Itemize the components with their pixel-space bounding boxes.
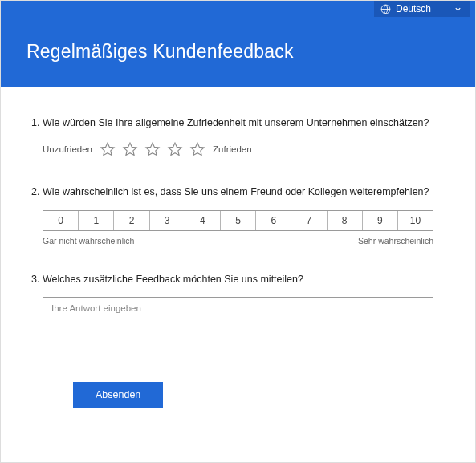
survey-header: Deutsch Regelmäßiges Kundenfeedback: [1, 1, 475, 87]
nps-3[interactable]: 3: [150, 211, 185, 230]
nps-10[interactable]: 10: [398, 211, 433, 230]
nps-5[interactable]: 5: [221, 211, 256, 230]
star-3[interactable]: [144, 140, 161, 158]
globe-icon: [380, 4, 391, 14]
question-3: 3. Welches zusätzliche Feedback möchten …: [31, 273, 445, 339]
question-text: Wie wahrscheinlich ist es, dass Sie uns …: [43, 185, 429, 198]
page-title: Regelmäßiges Kundenfeedback: [26, 41, 294, 63]
nps-1[interactable]: 1: [79, 211, 114, 230]
language-selector[interactable]: Deutsch: [374, 1, 470, 17]
question-number: 1.: [31, 116, 41, 129]
nps-low-label: Gar nicht wahrscheinlich: [43, 236, 134, 246]
survey-body: 1. Wie würden Sie Ihre allgemeine Zufrie…: [1, 87, 475, 408]
nps-9[interactable]: 9: [363, 211, 398, 230]
language-label: Deutsch: [396, 3, 449, 14]
question-text: Wie würden Sie Ihre allgemeine Zufrieden…: [43, 116, 429, 129]
feedback-textarea[interactable]: [43, 297, 433, 335]
nps-scale: 0 1 2 3 4 5 6 7 8 9 10: [43, 210, 433, 231]
question-number: 2.: [31, 185, 41, 198]
question-1: 1. Wie würden Sie Ihre allgemeine Zufrie…: [31, 116, 445, 158]
question-2: 2. Wie wahrscheinlich ist es, dass Sie u…: [31, 185, 445, 245]
chevron-down-icon: [454, 5, 462, 14]
nps-6[interactable]: 6: [256, 211, 291, 230]
star-4[interactable]: [166, 140, 184, 158]
nps-0[interactable]: 0: [43, 211, 79, 230]
star-5[interactable]: [189, 140, 206, 158]
question-number: 3.: [31, 273, 41, 286]
star-2[interactable]: [121, 140, 139, 158]
nps-7[interactable]: 7: [291, 211, 327, 230]
nps-4[interactable]: 4: [185, 211, 221, 230]
nps-high-label: Sehr wahrscheinlich: [358, 236, 433, 246]
rating-stars: Unzufrieden Zufrieden: [31, 140, 445, 158]
question-text: Welches zusätzliche Feedback möchten Sie…: [43, 273, 303, 286]
star-1[interactable]: [99, 140, 116, 158]
rating-low-label: Unzufrieden: [43, 144, 92, 154]
rating-high-label: Zufrieden: [213, 144, 252, 154]
nps-2[interactable]: 2: [114, 211, 149, 230]
nps-8[interactable]: 8: [328, 211, 363, 230]
submit-button[interactable]: Absenden: [73, 382, 163, 408]
